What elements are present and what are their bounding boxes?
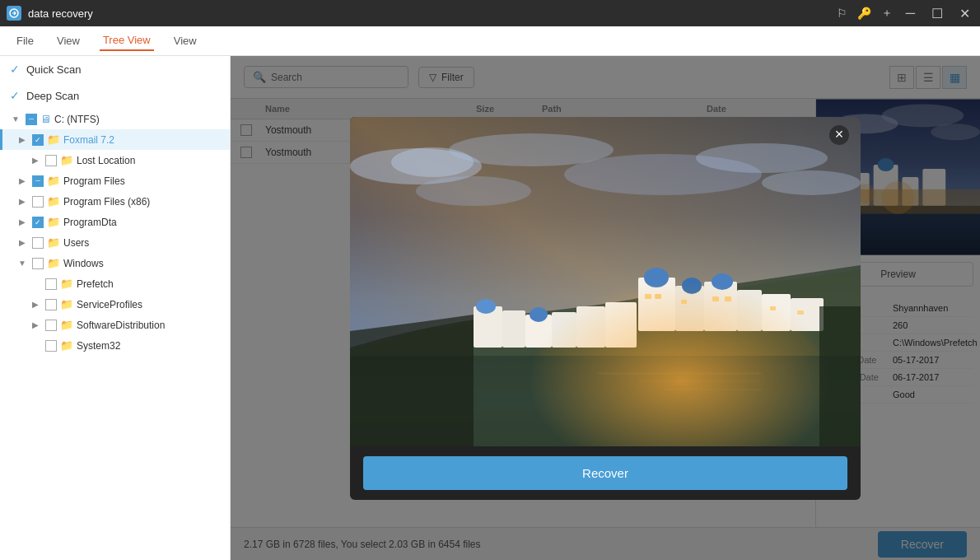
- modal-overlay[interactable]: ×: [231, 56, 980, 560]
- deep-scan-label: Deep Scan: [26, 90, 79, 102]
- checkbox-windows[interactable]: [32, 258, 44, 269]
- app-logo: [7, 6, 21, 21]
- modal-image-container: [350, 117, 861, 446]
- folder-icon-program-files-x86: 📁: [47, 195, 60, 208]
- folder-icon-serviceprofiles: 📁: [60, 298, 73, 310]
- chevron-right-icon2: ▶: [29, 156, 42, 165]
- modal-close-button[interactable]: ×: [829, 125, 849, 145]
- chevron-down-icon: ▼: [9, 114, 22, 124]
- menubar: File View Tree View View: [0, 26, 980, 56]
- close-button[interactable]: ✕: [956, 6, 973, 21]
- maximize-button[interactable]: ☐: [928, 6, 946, 21]
- checkbox-program-files-x86[interactable]: [32, 196, 44, 208]
- checkbox-softwaredistribution[interactable]: [45, 320, 57, 331]
- tree-item-c-drive[interactable]: ▼ ─ 🖥 C: (NTFS): [0, 109, 230, 129]
- folder-icon-softwaredistribution: 📁: [60, 319, 73, 331]
- tree-item-foxmail[interactable]: ▶ ✓ 📁 Foxmail 7.2: [0, 129, 230, 150]
- checkbox-serviceprofiles[interactable]: [45, 299, 57, 310]
- programdta-label: ProgramDta: [63, 217, 117, 228]
- bookmark-icon[interactable]: ⚐: [837, 7, 847, 20]
- users-label: Users: [63, 237, 89, 249]
- folder-icon-foxmail: 📁: [47, 133, 60, 146]
- check-circle-icon2: ✓: [10, 89, 20, 102]
- minimize-button[interactable]: ─: [903, 6, 918, 21]
- modal-recover-button[interactable]: Recover: [363, 456, 847, 490]
- titlebar-left: data recovery: [7, 6, 93, 21]
- program-files-label: Program Files: [63, 175, 125, 187]
- chevron-right-icon6: ▶: [16, 238, 29, 247]
- tree-item-windows[interactable]: ▼ 📁 Windows: [0, 253, 230, 273]
- menu-file[interactable]: File: [13, 31, 37, 50]
- folder-icon-windows: 📁: [47, 257, 60, 269]
- titlebar-controls: ⚐ 🔑 ＋ ─ ☐ ✕: [837, 6, 973, 21]
- folder-icon-system32: 📁: [60, 339, 73, 352]
- tree-item-program-files-x86[interactable]: ▶ 📁 Program Files (x86): [0, 191, 230, 212]
- folder-icon-prefetch: 📁: [60, 278, 73, 290]
- sidebar-item-deep-scan[interactable]: ✓ Deep Scan: [0, 82, 230, 109]
- check-circle-icon: ✓: [10, 63, 20, 76]
- sidebar-tree: ▼ ─ 🖥 C: (NTFS) ▶ ✓ 📁 Foxmail 7.2 ▶ 📁 Lo…: [0, 109, 230, 356]
- chevron-right-icon4: ▶: [16, 197, 29, 206]
- chevron-right-icon: ▶: [16, 135, 29, 144]
- chevron-down-icon2: ▼: [16, 259, 29, 268]
- checkbox-program-files[interactable]: ─: [32, 175, 44, 187]
- tree-item-users[interactable]: ▶ 📁 Users: [0, 232, 230, 253]
- menu-tree-view[interactable]: Tree View: [100, 30, 154, 51]
- checkbox-prefetch[interactable]: [45, 278, 57, 290]
- folder-icon-lost-location: 📁: [60, 154, 73, 166]
- checkbox-lost-location[interactable]: [45, 155, 57, 166]
- tree-item-softwaredistribution[interactable]: ▶ 📁 SoftwareDistribution: [0, 315, 230, 335]
- checkbox-users[interactable]: [32, 237, 44, 249]
- quick-scan-label: Quick Scan: [26, 63, 81, 76]
- app-title: data recovery: [28, 7, 93, 20]
- sidebar-item-quick-scan[interactable]: ✓ Quick Scan: [0, 56, 230, 82]
- menu-view2[interactable]: View: [170, 31, 200, 50]
- sidebar: ✓ Quick Scan ✓ Deep Scan ▼ ─ 🖥 C: (NTFS)…: [0, 56, 231, 560]
- chevron-right-icon7: ▶: [29, 300, 42, 309]
- key-icon[interactable]: 🔑: [857, 7, 871, 20]
- tree-item-system32[interactable]: ▶ 📁 System32: [0, 335, 230, 356]
- softwaredistribution-label: SoftwareDistribution: [77, 320, 165, 331]
- main-layout: ✓ Quick Scan ✓ Deep Scan ▼ ─ 🖥 C: (NTFS)…: [0, 56, 980, 560]
- modal-dialog: ×: [350, 117, 861, 500]
- foxmail-label: Foxmail 7.2: [63, 134, 114, 146]
- tree-item-programdta[interactable]: ▶ ✓ 📁 ProgramDta: [0, 212, 230, 232]
- folder-icon-program-files: 📁: [47, 175, 60, 187]
- lost-location-label: Lost Location: [77, 155, 135, 166]
- serviceprofiles-label: ServiceProfiles: [77, 299, 142, 310]
- program-files-x86-label: Program Files (x86): [63, 196, 150, 208]
- folder-icon-users: 📁: [47, 236, 60, 249]
- plus-icon[interactable]: ＋: [881, 6, 893, 21]
- checkbox-system32[interactable]: [45, 340, 57, 352]
- chevron-right-icon3: ▶: [16, 176, 29, 185]
- tree-item-serviceprofiles[interactable]: ▶ 📁 ServiceProfiles: [0, 294, 230, 315]
- checkbox-c-drive[interactable]: ─: [26, 114, 37, 125]
- chevron-right-icon5: ▶: [16, 217, 29, 226]
- chevron-right-icon8: ▶: [29, 320, 42, 329]
- drive-icon: 🖥: [40, 113, 51, 125]
- modal-scene-svg: [350, 117, 861, 446]
- folder-icon-programdta: 📁: [47, 216, 60, 228]
- svg-rect-54: [819, 306, 861, 446]
- c-drive-label: C: (NTFS): [54, 114, 100, 125]
- checkbox-programdta[interactable]: ✓: [32, 217, 44, 228]
- windows-label: Windows: [63, 258, 104, 269]
- tree-item-program-files[interactable]: ▶ ─ 📁 Program Files: [0, 170, 230, 191]
- prefetch-label: Prefetch: [77, 278, 114, 290]
- checkbox-foxmail[interactable]: ✓: [32, 134, 44, 146]
- menu-view[interactable]: View: [54, 31, 83, 50]
- system32-label: System32: [77, 340, 120, 352]
- tree-item-prefetch[interactable]: ▶ 📁 Prefetch: [0, 273, 230, 294]
- titlebar: data recovery ⚐ 🔑 ＋ ─ ☐ ✕: [0, 0, 980, 26]
- tree-item-lost-location[interactable]: ▶ 📁 Lost Location: [0, 150, 230, 170]
